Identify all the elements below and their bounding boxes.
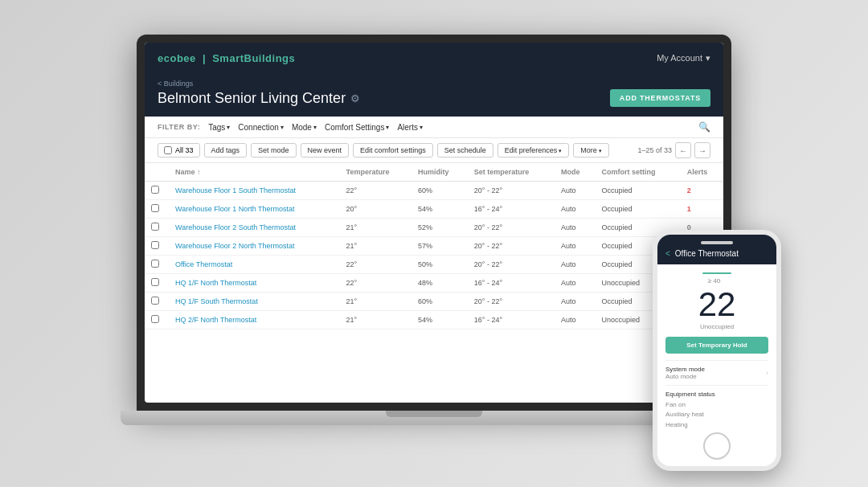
row-checkbox-input[interactable] [151, 223, 159, 231]
table-row[interactable]: Warehouse Floor 1 South Thermostat 22° 6… [145, 182, 723, 200]
row-humidity: 50% [411, 256, 468, 274]
row-checkbox-input[interactable] [151, 278, 159, 286]
filter-alerts[interactable]: Alerts [397, 123, 423, 132]
row-mode: Auto [555, 274, 596, 293]
row-mode: Auto [555, 182, 596, 200]
row-checkbox-cell[interactable] [145, 311, 169, 329]
row-humidity: 60% [411, 293, 468, 311]
new-event-button[interactable]: New event [301, 143, 350, 158]
laptop-screen-outer: ecobee | SmartBuildings My Account ▾ Bui… [137, 35, 731, 411]
scene: ecobee | SmartBuildings My Account ▾ Bui… [0, 0, 868, 487]
col-set-temperature[interactable]: Set temperature [468, 163, 555, 182]
row-checkbox-input[interactable] [151, 297, 159, 305]
more-button[interactable]: More [573, 143, 608, 158]
col-humidity[interactable]: Humidity [411, 163, 468, 182]
filter-connection[interactable]: Connection [238, 123, 284, 132]
edit-preferences-button[interactable]: Edit preferences [497, 143, 570, 158]
row-mode: Auto [555, 293, 596, 311]
row-humidity: 52% [411, 219, 468, 237]
row-checkbox-cell[interactable] [145, 219, 169, 237]
logo-ecobee: ecobee [158, 52, 196, 64]
row-comfort: Occupied [596, 182, 681, 200]
row-temperature: 22° [340, 256, 411, 274]
system-mode-chevron-icon: › [766, 369, 768, 377]
all-count-label: All 33 [175, 146, 194, 154]
settings-icon[interactable]: ⚙ [350, 92, 360, 104]
row-checkbox-cell[interactable] [145, 182, 169, 200]
prev-page-button[interactable]: ← [675, 142, 691, 158]
table-row[interactable]: Warehouse Floor 2 North Thermostat 21° 5… [145, 237, 723, 256]
account-menu[interactable]: My Account ▾ [657, 53, 710, 63]
logo-smartbuildings: SmartBuildings [212, 52, 295, 64]
col-mode[interactable]: Mode [555, 163, 596, 182]
col-checkbox [145, 163, 169, 182]
checkbox-input[interactable] [164, 146, 172, 154]
row-checkbox-cell[interactable] [145, 256, 169, 274]
row-set-temperature: 20° - 22° [468, 182, 555, 200]
phone-system-mode-row[interactable]: System mode Auto mode › [665, 360, 768, 385]
phone-back-button[interactable]: < [665, 249, 670, 258]
equip-aux-heat: Auxiliary heat [665, 410, 768, 420]
breadcrumb[interactable]: Buildings [158, 80, 360, 88]
row-checkbox-input[interactable] [151, 260, 159, 268]
set-schedule-button[interactable]: Set schedule [437, 143, 493, 158]
row-name: HQ 1/F North Thermostat [169, 274, 340, 293]
row-checkbox-input[interactable] [151, 186, 159, 194]
row-name: Warehouse Floor 2 North Thermostat [169, 237, 340, 256]
search-icon[interactable]: 🔍 [698, 121, 710, 133]
set-mode-button[interactable]: Set mode [251, 143, 297, 158]
page-header: Buildings Belmont Senior Living Center ⚙… [145, 73, 723, 117]
equip-heating: Heating [665, 420, 768, 431]
filter-tags[interactable]: Tags [208, 123, 230, 132]
row-mode: Auto [555, 237, 596, 256]
next-page-button[interactable]: → [694, 142, 710, 158]
col-name[interactable]: Name ↑ [169, 163, 340, 182]
row-name: HQ 2/F North Thermostat [169, 311, 340, 329]
laptop-screen: ecobee | SmartBuildings My Account ▾ Bui… [145, 43, 723, 403]
account-label: My Account [657, 53, 702, 63]
col-temperature[interactable]: Temperature [340, 163, 411, 182]
table-row[interactable]: Warehouse Floor 2 South Thermostat 21° 5… [145, 219, 723, 237]
row-set-temperature: 20° - 22° [468, 237, 555, 256]
row-checkbox-cell[interactable] [145, 200, 169, 219]
filter-bar: FILTER BY: Tags Connection Mode Comfort … [145, 117, 723, 138]
phone-device: < Office Thermostat ≥ 40% 22 Unoccupied … [653, 230, 781, 471]
table-row[interactable]: Warehouse Floor 1 North Thermostat 20° 5… [145, 200, 723, 219]
filter-comfort-settings[interactable]: Comfort Settings [325, 123, 389, 132]
row-checkbox-input[interactable] [151, 204, 159, 212]
edit-comfort-settings-button[interactable]: Edit comfort settings [353, 143, 433, 158]
table-row[interactable]: HQ 2/F North Thermostat 21° 54% 16° - 24… [145, 311, 723, 329]
row-name: Warehouse Floor 1 South Thermostat [169, 182, 340, 200]
row-checkbox-cell[interactable] [145, 237, 169, 256]
phone-body: ≥ 40% 22 Unoccupied Set Temporary Hold S… [657, 264, 776, 431]
table-row[interactable]: Office Thermostat 22° 50% 20° - 22° Auto… [145, 256, 723, 274]
col-comfort-setting[interactable]: Comfort setting [596, 163, 681, 182]
table-row[interactable]: HQ 1/F South Thermostat 21° 60% 20° - 22… [145, 293, 723, 311]
phone-toggle[interactable] [702, 272, 731, 274]
row-checkbox-cell[interactable] [145, 293, 169, 311]
filter-label: FILTER BY: [158, 123, 200, 131]
laptop: ecobee | SmartBuildings My Account ▾ Bui… [137, 35, 731, 452]
equipment-title: Equipment status [665, 391, 768, 398]
row-humidity: 57% [411, 237, 468, 256]
row-mode: Auto [555, 219, 596, 237]
add-tags-button[interactable]: Add tags [204, 143, 248, 158]
logo-separator: | [199, 52, 209, 64]
table-row[interactable]: HQ 1/F North Thermostat 22° 48% 16° - 24… [145, 274, 723, 293]
phone-temperature: 22 [698, 288, 736, 321]
page-title-text: Belmont Senior Living Center [158, 90, 346, 107]
select-all-checkbox[interactable]: All 33 [158, 143, 200, 158]
filter-mode[interactable]: Mode [292, 123, 317, 132]
row-checkbox-input[interactable] [151, 315, 159, 323]
row-set-temperature: 20° - 22° [468, 219, 555, 237]
pagination-text: 1–25 of 33 [637, 146, 672, 154]
col-alerts[interactable]: Alerts [681, 163, 723, 182]
page-title: Belmont Senior Living Center ⚙ [158, 90, 360, 107]
phone-set-hold-button[interactable]: Set Temporary Hold [665, 337, 768, 354]
add-thermostats-button[interactable]: ADD THERMOSTATS [610, 89, 710, 107]
row-checkbox-input[interactable] [151, 241, 159, 249]
row-temperature: 21° [340, 293, 411, 311]
phone-header: < Office Thermostat [657, 235, 776, 264]
row-checkbox-cell[interactable] [145, 274, 169, 293]
row-set-temperature: 20° - 22° [468, 293, 555, 311]
